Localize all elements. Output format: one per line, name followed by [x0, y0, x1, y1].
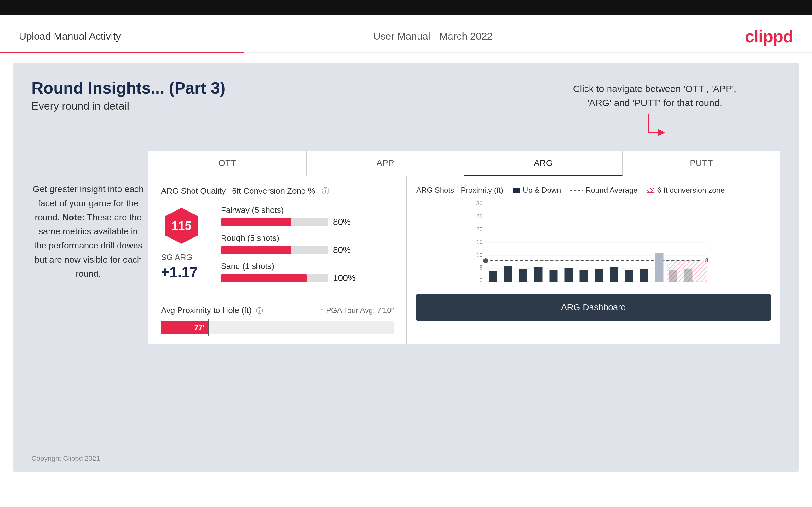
- legend-round-avg-label: Round Average: [586, 186, 638, 194]
- arrow-icon: [642, 114, 667, 145]
- sg-arg-label: SG ARG: [161, 252, 211, 262]
- shot-row-sand-content: 100%: [221, 273, 394, 283]
- shot-row-fairway-content: 80%: [221, 217, 394, 227]
- svg-rect-31: [640, 269, 649, 282]
- chart-svg: 30 25 20 15 10 5 0: [416, 201, 771, 289]
- sg-section: SG ARG +1.17: [161, 252, 211, 281]
- hexagon-value: 115: [171, 219, 191, 233]
- svg-rect-37: [684, 269, 693, 282]
- chart-title: ARG Shots - Proximity (ft): [416, 186, 503, 194]
- hex-sg-column: 115 SG ARG +1.17: [161, 205, 211, 281]
- copyright-text: Copyright Clippd 2021: [32, 454, 100, 462]
- right-panel: ARG Shots - Proximity (ft) Up & Down Rou…: [407, 176, 780, 344]
- shot-row-rough-content: 80%: [221, 245, 394, 255]
- legend-up-down-label: Up & Down: [523, 186, 561, 194]
- legend-up-down: Up & Down: [513, 186, 561, 194]
- svg-text:5: 5: [479, 265, 483, 271]
- chart-header: ARG Shots - Proximity (ft) Up & Down Rou…: [416, 186, 771, 194]
- svg-rect-28: [595, 269, 603, 282]
- rough-bar-fill: [221, 246, 292, 254]
- svg-text:0: 0: [479, 277, 483, 283]
- top-bar: [0, 0, 812, 15]
- svg-rect-22: [504, 267, 512, 282]
- dashboard-panel: OTT APP ARG PUTT ARG Shot Quality 6ft Co…: [148, 151, 780, 344]
- nav-hint-arrow: [573, 114, 737, 145]
- help-icon-2: ⓘ: [256, 307, 263, 315]
- shot-label-sand: Sand (1 shots): [221, 261, 394, 271]
- legend-hatch-icon: [647, 188, 654, 193]
- svg-text:25: 25: [476, 213, 483, 220]
- svg-text:20: 20: [476, 226, 483, 232]
- arg-dashboard-button[interactable]: ARG Dashboard: [416, 294, 771, 321]
- proximity-section: Avg Proximity to Hole (ft) ⓘ ↑ PGA Tour …: [161, 299, 394, 334]
- shot-quality-section: Fairway (5 shots) 80% Rough: [221, 205, 394, 289]
- svg-point-19: [484, 258, 489, 263]
- svg-rect-21: [489, 271, 497, 282]
- svg-rect-23: [519, 269, 527, 282]
- left-description: Get greater insight into each facet of y…: [32, 182, 145, 281]
- svg-rect-24: [535, 267, 543, 282]
- fairway-bar-fill: [221, 218, 292, 226]
- tab-putt[interactable]: PUTT: [623, 151, 780, 176]
- fairway-pct: 80%: [333, 217, 351, 227]
- proximity-bar-container: 77': [161, 321, 394, 334]
- sand-bar-fill: [221, 274, 307, 282]
- chart-area: 30 25 20 15 10 5 0: [416, 201, 771, 289]
- main-content: Round Insights... (Part 3) Every round i…: [13, 63, 799, 472]
- svg-rect-25: [550, 270, 558, 282]
- proximity-cursor: [208, 319, 209, 336]
- upload-label: Upload Manual Activity: [19, 31, 121, 42]
- svg-rect-26: [565, 268, 573, 282]
- panel-header: ARG Shot Quality 6ft Conversion Zone % ⓘ: [161, 186, 394, 196]
- sg-arg-value: +1.17: [161, 264, 211, 281]
- shot-row-sand: Sand (1 shots) 100%: [221, 261, 394, 283]
- tab-ott[interactable]: OTT: [148, 151, 307, 176]
- header-divider: [0, 52, 812, 53]
- tab-arg[interactable]: ARG: [464, 151, 623, 176]
- panel-body: ARG Shot Quality 6ft Conversion Zone % ⓘ…: [148, 176, 780, 344]
- shot-row-fairway: Fairway (5 shots) 80%: [221, 205, 394, 227]
- proximity-label: Avg Proximity to Hole (ft) ⓘ: [161, 305, 263, 316]
- shot-label-rough: Rough (5 shots): [221, 233, 394, 243]
- shot-row-rough: Rough (5 shots) 80%: [221, 233, 394, 255]
- tab-app[interactable]: APP: [307, 151, 465, 176]
- svg-rect-27: [580, 270, 588, 282]
- header: Upload Manual Activity User Manual - Mar…: [0, 15, 812, 52]
- clippd-logo: clippd: [745, 26, 793, 46]
- left-panel: ARG Shot Quality 6ft Conversion Zone % ⓘ…: [148, 176, 407, 344]
- svg-text:30: 30: [476, 201, 483, 207]
- tabs-container: OTT APP ARG PUTT: [148, 151, 780, 176]
- sand-pct: 100%: [333, 273, 356, 283]
- legend-conversion-label: 6 ft conversion zone: [657, 186, 725, 194]
- svg-rect-36: [669, 270, 677, 282]
- fairway-bar-container: [221, 218, 328, 226]
- shot-label-fairway: Fairway (5 shots): [221, 205, 394, 215]
- svg-rect-30: [625, 270, 633, 282]
- sand-bar-container: [221, 274, 328, 282]
- legend-round-avg: Round Average: [570, 186, 638, 194]
- legend-box-up-down: [513, 188, 520, 193]
- proximity-bar-fill: 77': [161, 321, 208, 334]
- nav-hint-text: Click to navigate between 'OTT', 'APP','…: [573, 81, 737, 110]
- svg-text:10: 10: [476, 252, 483, 258]
- hex-shots-area: 115 SG ARG +1.17 Fairway (5 shots): [161, 205, 394, 289]
- left-description-text: Get greater insight into each facet of y…: [33, 184, 144, 279]
- arg-shot-quality-label: ARG Shot Quality: [161, 186, 225, 196]
- legend-dash-icon: [570, 190, 583, 191]
- svg-rect-29: [610, 267, 618, 282]
- svg-rect-32: [655, 253, 664, 282]
- hexagon-badge: 115: [161, 205, 202, 246]
- footer: Copyright Clippd 2021: [32, 454, 100, 463]
- legend-conversion: 6 ft conversion zone: [647, 186, 725, 194]
- svg-text:15: 15: [476, 239, 483, 245]
- nav-hint: Click to navigate between 'OTT', 'APP','…: [573, 81, 737, 145]
- rough-bar-container: [221, 246, 328, 254]
- conversion-zone-label: 6ft Conversion Zone %: [232, 186, 315, 196]
- pga-label: ↑ PGA Tour Avg: 7'10": [320, 306, 394, 315]
- help-icon: ⓘ: [322, 186, 329, 196]
- rough-pct: 80%: [333, 245, 351, 255]
- proximity-value: 77': [194, 323, 204, 332]
- svg-marker-2: [658, 129, 665, 136]
- proximity-header: Avg Proximity to Hole (ft) ⓘ ↑ PGA Tour …: [161, 305, 394, 316]
- header-center-label: User Manual - March 2022: [373, 31, 493, 42]
